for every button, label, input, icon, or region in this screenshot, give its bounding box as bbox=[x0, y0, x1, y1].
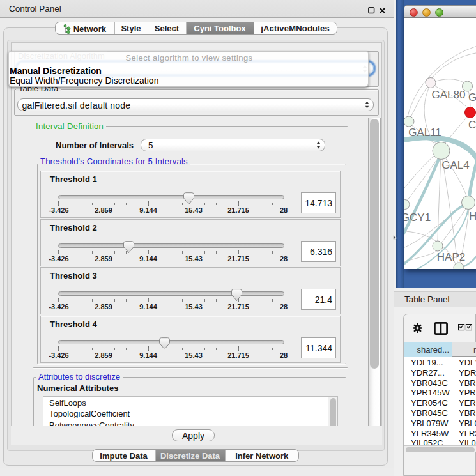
svg-text:HA: HA bbox=[469, 210, 476, 222]
svg-text:GCY1: GCY1 bbox=[404, 211, 431, 224]
svg-text:GAL2: GAL2 bbox=[468, 91, 476, 104]
svg-text:GAL80: GAL80 bbox=[432, 89, 466, 101]
svg-text:GAL4: GAL4 bbox=[441, 159, 469, 171]
svg-text:HAP2: HAP2 bbox=[437, 251, 465, 263]
svg-text:CDC: CDC bbox=[468, 119, 476, 131]
svg-text:GAL11: GAL11 bbox=[408, 127, 441, 139]
